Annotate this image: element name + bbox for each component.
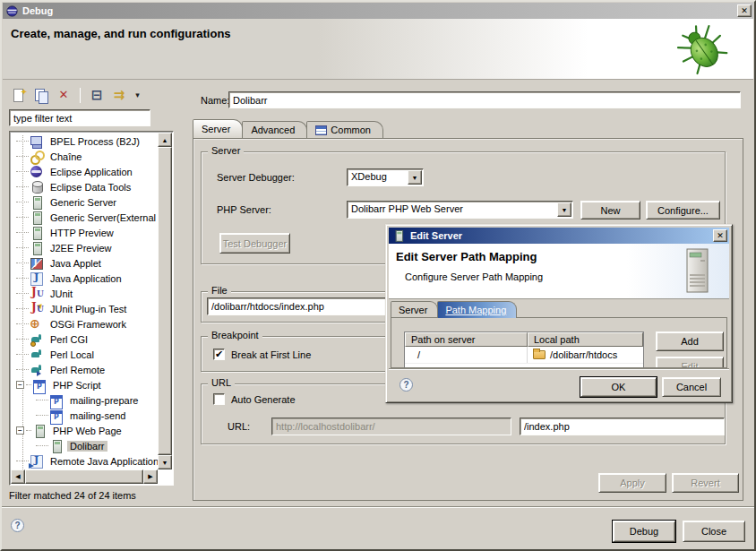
- osgi-icon: [30, 317, 44, 331]
- dialog-help-button[interactable]: ?: [399, 378, 413, 392]
- edit-server-close-button[interactable]: ✕: [713, 229, 727, 242]
- tree-item-label: mailing-prepare: [67, 395, 141, 406]
- table-icon: [315, 125, 327, 135]
- scroll-up-button[interactable]: ▲: [158, 133, 172, 147]
- tree-item-java-applet[interactable]: Java Applet: [12, 255, 158, 271]
- tree-item-perl-remote[interactable]: Perl Remote: [12, 362, 158, 377]
- combo-arrow-icon[interactable]: [408, 170, 422, 185]
- filter-input[interactable]: [9, 109, 150, 126]
- tree-item-junit[interactable]: JUnit: [12, 286, 158, 301]
- tree-item-label: J2EE Preview: [47, 243, 114, 254]
- url-path-input[interactable]: [520, 418, 725, 435]
- tab-label: Common: [331, 122, 371, 138]
- tree-item-osgi-framework[interactable]: OSGi Framework: [12, 316, 158, 331]
- tree-item-eclipse-data-tools[interactable]: Eclipse Data Tools: [12, 179, 158, 194]
- window-titlebar[interactable]: Debug: [3, 3, 753, 19]
- new-server-button[interactable]: New: [580, 201, 640, 220]
- tree-item-perl-cgi[interactable]: Perl CGI: [12, 331, 158, 347]
- window-close-button[interactable]: ✕: [737, 4, 752, 17]
- combo-arrow-icon[interactable]: [557, 202, 571, 217]
- break-first-line-label: Break at First Line: [231, 349, 311, 360]
- debug-button[interactable]: Debug: [613, 521, 675, 542]
- add-mapping-button[interactable]: Add: [656, 331, 724, 351]
- php-icon: [49, 393, 64, 408]
- collapse-toggle[interactable]: −: [16, 381, 24, 389]
- apply-button[interactable]: Apply: [598, 473, 666, 493]
- collapse-toggle[interactable]: −: [16, 426, 24, 435]
- tab-server[interactable]: Server: [193, 119, 243, 138]
- tree-item-mailing-send[interactable]: mailing-send: [12, 408, 158, 423]
- server-debugger-value: XDebug: [351, 171, 387, 182]
- scroll-right-button[interactable]: ▶: [143, 469, 158, 484]
- url-group-legend: URL: [208, 377, 235, 388]
- new-config-icon[interactable]: [10, 86, 28, 104]
- help-button[interactable]: ?: [11, 519, 24, 532]
- tree-item-j2ee-preview[interactable]: J2EE Preview: [12, 240, 158, 255]
- test-debugger-button[interactable]: Test Debugger: [219, 233, 290, 254]
- auto-generate-checkbox[interactable]: [213, 393, 225, 405]
- tree-item-label: BPEL Process (B2J): [47, 136, 142, 147]
- tree-item-php-web-page[interactable]: −PHP Web Page: [12, 423, 158, 438]
- server-icon: [49, 439, 64, 453]
- filter-icon[interactable]: ⇉: [110, 86, 128, 104]
- tree-item-remote-java-application[interactable]: Remote Java Application: [12, 453, 158, 469]
- php-server-select[interactable]: Dolibarr PHP Web Server: [347, 201, 573, 219]
- menu-dropdown-icon[interactable]: ▾: [133, 86, 142, 104]
- configure-button[interactable]: Configure...: [646, 201, 720, 220]
- name-input[interactable]: [228, 91, 741, 108]
- edit-server-titlebar[interactable]: Edit Server: [389, 228, 729, 244]
- break-first-line-checkbox[interactable]: ✔: [213, 349, 225, 360]
- tree-vertical-scrollbar[interactable]: ▲ ▼: [158, 133, 172, 469]
- eclipse-app-icon: [30, 165, 44, 179]
- tree-item-dolibarr[interactable]: Dolibarr: [12, 438, 158, 453]
- tree-item-php-script[interactable]: −PHP Script: [12, 377, 158, 392]
- server-debugger-select[interactable]: XDebug: [347, 168, 424, 186]
- tab-advanced[interactable]: Advanced: [242, 121, 307, 138]
- edit-mapping-button[interactable]: Edit: [656, 357, 724, 368]
- close-button[interactable]: Close: [683, 521, 745, 542]
- dialog-tab-path-mapping[interactable]: Path Mapping: [437, 301, 517, 318]
- junit-plugin-icon: [30, 302, 44, 316]
- tree-item-generic-server[interactable]: Generic Server: [12, 194, 158, 210]
- path-mapping-row[interactable]: //dolibarr/htdocs: [405, 347, 643, 363]
- edit-server-header: Edit Server Path Mapping Configure Serve…: [389, 244, 729, 299]
- vertical-scroll-thumb[interactable]: [158, 147, 172, 455]
- tree-item-cha-ne[interactable]: Chaîne: [12, 149, 158, 164]
- tree-item-junit-plug-in-test[interactable]: JUnit Plug-in Test: [12, 301, 158, 316]
- tree-item-bpel-process-b2j[interactable]: BPEL Process (B2J): [12, 133, 158, 149]
- revert-button[interactable]: Revert: [672, 473, 739, 493]
- url-label: URL:: [228, 421, 250, 432]
- applet-icon: [30, 256, 44, 271]
- ok-button[interactable]: OK: [580, 377, 657, 397]
- column-header-path-on-server[interactable]: Path on server: [405, 332, 528, 347]
- tree-item-mailing-prepare[interactable]: mailing-prepare: [12, 392, 158, 408]
- dialog-tab-server[interactable]: Server: [391, 301, 438, 318]
- tree-guide: [16, 141, 29, 142]
- delete-icon[interactable]: ✕: [55, 86, 73, 104]
- scroll-left-button[interactable]: ◀: [11, 469, 25, 484]
- tree-item-perl-local[interactable]: Perl Local: [12, 347, 158, 362]
- tab-common[interactable]: Common: [306, 121, 383, 138]
- cancel-button[interactable]: Cancel: [662, 377, 721, 397]
- auto-generate-label: Auto Generate: [231, 394, 296, 405]
- tree-item-label: Remote Java Application: [47, 456, 158, 467]
- tree-item-java-application[interactable]: Java Application: [12, 271, 158, 286]
- path-mapping-table-body: //dolibarr/htdocs: [405, 347, 643, 363]
- folder-icon: [533, 350, 546, 359]
- column-header-local-path[interactable]: Local path: [528, 332, 643, 347]
- filter-status: Filter matched 24 of 24 items: [9, 490, 136, 501]
- tree-item-label: JUnit: [47, 288, 75, 299]
- duplicate-icon[interactable]: [32, 86, 50, 104]
- tree-horizontal-scrollbar[interactable]: ◀ ▶: [11, 469, 158, 484]
- tree-item-http-preview[interactable]: HTTP Preview: [12, 225, 158, 240]
- tree-item-eclipse-application[interactable]: Eclipse Application: [12, 164, 158, 179]
- horizontal-scroll-thumb[interactable]: [25, 469, 143, 484]
- php-server-value: Dolibarr PHP Web Server: [351, 203, 463, 214]
- scroll-down-button[interactable]: ▼: [158, 455, 172, 469]
- collapse-all-icon[interactable]: ⊟: [88, 86, 106, 104]
- url-base-input[interactable]: [271, 418, 511, 435]
- tree-item-label: mailing-send: [67, 410, 128, 421]
- tree-guide: [16, 293, 29, 294]
- tree-item-label: Java Application: [47, 273, 125, 284]
- tree-item-generic-server-external-la[interactable]: Generic Server(External La: [12, 210, 158, 225]
